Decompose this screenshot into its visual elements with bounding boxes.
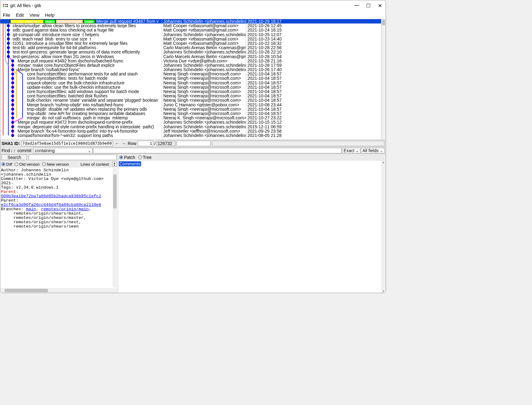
commit-row[interactable]: t1051: introduce a smudge filter test fo… <box>0 41 162 45</box>
lines-of-context-spinner[interactable]: ▲▼ <box>112 162 117 167</box>
find-next-button[interactable]: ↓ <box>11 148 13 153</box>
commit-row[interactable]: bulk-checkin: rename 'state' variable an… <box>0 98 162 102</box>
commit-author: Johannes Schindelin <johannes.schindelin… <box>162 125 246 129</box>
commit-subject: bulk-checkin: rename 'state' variable an… <box>27 98 158 102</box>
commit-row[interactable]: mingw: make core.fsyncObjectFiles defaul… <box>0 63 162 67</box>
commit-row[interactable]: test-genzeros: allow more than 2G zeros … <box>0 54 162 59</box>
commit-subject: clean/smudge: allow clean filters to pro… <box>13 23 136 28</box>
find-match-select[interactable]: Exact <box>342 148 360 153</box>
lines-of-context-label: Lines of context: <box>80 162 110 167</box>
search-button[interactable]: Search <box>2 155 27 160</box>
commit-row[interactable]: Merge pull request #3492 from dscho/ns/b… <box>0 59 162 63</box>
find-input[interactable] <box>93 148 341 153</box>
commit-row[interactable]: mingw: do not call xutftowcs_path in min… <box>0 116 162 120</box>
nav-forward-button[interactable]: → <box>121 141 127 146</box>
commit-author: Matt Cooper <vtbassmatt@gmail.com> <box>162 23 246 28</box>
commit-row[interactable]: core.fsyncobjectfiles: performance tests… <box>0 72 162 76</box>
commit-date: 2021-10-29 16:17 <box>246 19 381 23</box>
diff-radio[interactable]: Diff <box>2 162 12 167</box>
detail-scrollbar-h[interactable] <box>0 288 118 293</box>
commit-scrollbar[interactable] <box>381 19 386 139</box>
commit-row[interactable]: test-tool genzeros: generate large amoun… <box>0 50 162 54</box>
close-button[interactable] <box>378 3 382 9</box>
branch-main-link[interactable]: main <box>26 207 36 211</box>
commit-author: Neeraj Singh <neerajsi@microsoft.com> <box>162 107 246 111</box>
app-icon <box>3 4 8 7</box>
commit-date: 2021-10-22 18:32 <box>246 41 381 45</box>
new-version-radio[interactable]: New version <box>42 162 69 167</box>
comments-item[interactable]: Comments <box>119 161 141 166</box>
commit-row[interactable]: compat/fsmonitor/fsm-*-win32: support lo… <box>0 133 162 138</box>
commit-row[interactable]: clean/smudge: allow clean filters to pro… <box>0 23 162 28</box>
commit-date: 2021-10-04 18:57 <box>246 89 381 94</box>
sha-field[interactable] <box>21 141 113 146</box>
commit-row[interactable]: odb: guard against data loss checking ou… <box>0 28 162 32</box>
detail-scrollbar-v[interactable] <box>113 168 117 288</box>
menu-file[interactable]: File <box>3 12 10 18</box>
find-mode-select[interactable]: containing: <box>33 148 92 153</box>
search-input[interactable] <box>29 155 117 160</box>
commit-date: 2015-12-11 06:59 <box>246 125 381 129</box>
commit-row[interactable]: tmp-objdir: disable ref updates when rep… <box>0 107 162 111</box>
tree-radio[interactable]: Tree <box>138 155 152 160</box>
ref-tag[interactable]: main <box>83 19 95 23</box>
sha-blank-field[interactable] <box>177 141 211 146</box>
commit-author: Neeraj Singh <neerajsi@microsoft.com> <box>162 98 246 102</box>
commit-date: 2021-10-04 18:57 <box>246 81 381 85</box>
commit-row[interactable]: unpack-objects: use the bulk-checkin inf… <box>0 81 162 85</box>
nav-back-button[interactable]: ← <box>114 141 120 146</box>
commit-row[interactable]: update-index: use the bulk-checkin infra… <box>0 85 162 89</box>
commit-subject: git-compat-util: introduce more size_t h… <box>13 32 99 37</box>
commit-author: Johannes Schindelin <johannes.schindelin… <box>162 120 246 124</box>
menu-edit[interactable]: Edit <box>16 12 24 18</box>
commit-author: Neeraj Singh <neerajsi@microsoft.com> <box>162 81 246 85</box>
commit-row[interactable]: odb: teach read_blob_entry to use size_t <box>0 37 162 41</box>
commit-row[interactable]: mingw: deprecate old-style runtime-prefi… <box>0 125 162 129</box>
sha-row-bar: SHA1 ID: ← → Row / 126732 <box>0 139 386 147</box>
old-version-radio[interactable]: Old version <box>15 162 40 167</box>
ref-tag[interactable]: main <box>44 19 56 23</box>
commit-row[interactable]: Merge branch 'fix-v4-fsmonitor-long-path… <box>0 129 162 133</box>
file-list-scrollbar[interactable] <box>381 161 386 293</box>
find-label: Find <box>2 148 10 153</box>
maximize-button[interactable] <box>366 3 371 9</box>
ref-tag[interactable]: v2.34.0.windows.1 <box>10 19 44 23</box>
commit-row[interactable]: v2.34.0.windows.1mainremotes/origin/main… <box>0 19 162 23</box>
patch-radio[interactable]: Patch <box>119 155 135 160</box>
menu-help[interactable]: Help <box>45 12 54 18</box>
commit-row[interactable]: Merge branch 'ns/tmp-objdir' into ns/bat… <box>0 103 162 107</box>
commit-author: Victoria Dye <vdye@github.com> <box>162 59 246 63</box>
commit-author: Carlo Marcelo Arenas Belón <carenas@gmai… <box>162 45 246 50</box>
search-row: Search <box>0 154 118 161</box>
commit-row[interactable]: git-compat-util: introduce more size_t h… <box>0 32 162 37</box>
find-prev-button[interactable]: ↑ <box>13 148 15 153</box>
commit-subject: test-genzeros: allow more than 2G zeros … <box>13 54 114 59</box>
find-fields-select[interactable]: All fields <box>361 148 384 153</box>
patch-tree-row: Patch Tree <box>118 154 386 161</box>
commit-subject: Merge pull request #3487 from v <box>96 19 159 23</box>
commit-date: 2021-10-04 18:57 <box>246 107 381 111</box>
parent1-link[interactable]: 009b3ea10e72ba7a86d95b2badca938b95c1efc2 <box>1 194 101 198</box>
row-number-field[interactable] <box>138 141 153 146</box>
ref-tag[interactable]: remotes/origin/ <box>56 19 83 23</box>
commit-author: Johannes Schindelin <johannes.schindelin… <box>162 19 246 23</box>
commit-detail-pane[interactable]: Author: Johannes Schindelin <johannes.sc… <box>0 168 118 288</box>
commit-row[interactable]: test-lib: add prerequisite for 64-bit pl… <box>0 45 162 50</box>
commit-row[interactable]: core.fsyncobjectfiles: add windows suppo… <box>0 89 162 94</box>
diff-options-row: Diff Old version New version Lines of co… <box>0 161 118 168</box>
commit-row[interactable]: core.fsyncobjectfiles: batched disk flus… <box>0 94 162 98</box>
commit-row[interactable]: tmp-objdir: new API for creating tempora… <box>0 111 162 116</box>
file-list-pane[interactable]: Comments <box>118 161 386 293</box>
commit-subject: odb: guard against data loss checking ou… <box>13 28 114 32</box>
commit-row[interactable]: Merge pull request #3472 from dscho/expa… <box>0 120 162 124</box>
commit-author: Matt Cooper <vtbassmatt@gmail.com> <box>162 28 246 32</box>
menu-view[interactable]: View <box>29 12 39 18</box>
minimize-button[interactable] <box>354 3 359 9</box>
commit-author: Johannes Schindelin <johannes.schindelin… <box>162 67 246 72</box>
commit-list[interactable]: v2.34.0.windows.1mainremotes/origin/main… <box>0 19 386 139</box>
parent2-link[interactable]: e2cf6ca3d96fa26cc646d4f0a69cba80ca2118e6 <box>1 202 101 207</box>
commit-author: Neeraj Singh <neerajsi@microsoft.com> <box>162 72 246 76</box>
commit-row[interactable]: Merge branch 'ns/batched-fsync' <box>0 67 162 72</box>
branch-remote-link[interactable]: remotes/origin/main <box>41 207 89 211</box>
commit-row[interactable]: core.fsyncobjectfiles: tests for batch m… <box>0 76 162 80</box>
